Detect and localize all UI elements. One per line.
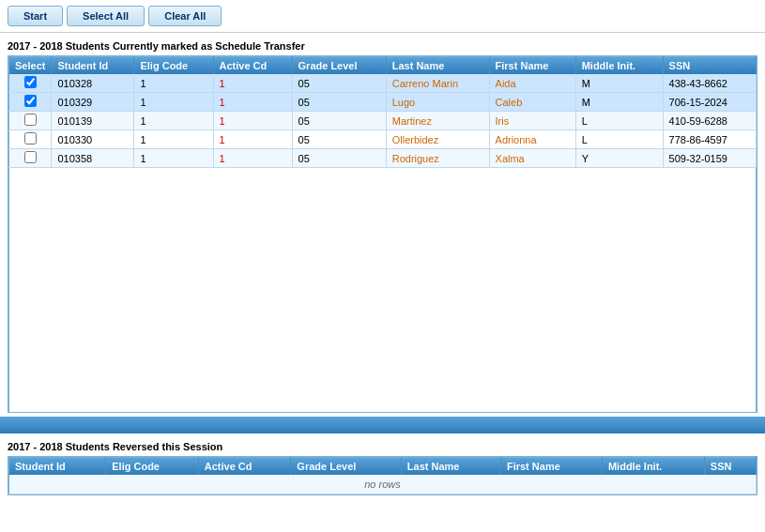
- col2-middle-init: Middle Init.: [602, 458, 704, 476]
- col-active-cd: Active Cd: [213, 57, 292, 75]
- reversed-session-table-container: Student Id Elig Code Active Cd Grade Lev…: [8, 456, 757, 495]
- reversed-session-table: Student Id Elig Code Active Cd Grade Lev…: [8, 457, 757, 494]
- col-ssn: SSN: [663, 57, 756, 75]
- col-grade-level: Grade Level: [292, 57, 386, 75]
- col2-last-name: Last Name: [401, 458, 500, 476]
- col2-grade-level: Grade Level: [291, 458, 401, 476]
- last-name-cell: Rodriguez: [386, 149, 489, 168]
- ssn-cell: 410-59-6288: [663, 112, 756, 130]
- table-row: 0103301105OllerbidezAdrionnaL778-86-4597: [9, 130, 757, 149]
- table-spacer: [8, 168, 757, 412]
- ssn-cell: 438-43-8662: [663, 74, 756, 93]
- first-name-cell: Xalma: [489, 149, 575, 168]
- col2-student-id: Student Id: [9, 458, 106, 476]
- first-name-cell: Iris: [489, 112, 575, 130]
- select-cell: [9, 93, 52, 112]
- student-id-cell: 010329: [52, 93, 134, 112]
- grade-level-cell: 05: [292, 130, 386, 149]
- active-cd-cell: 1: [213, 149, 292, 168]
- blue-divider-bar: [0, 417, 765, 433]
- student-id-cell: 010330: [52, 130, 134, 149]
- last-name-cell: Ollerbidez: [386, 130, 489, 149]
- elig-code-cell: 1: [134, 74, 213, 93]
- select-cell: [9, 149, 52, 168]
- col2-elig-code: Elig Code: [106, 458, 199, 476]
- section1-title: 2017 - 2018 Students Currently marked as…: [8, 40, 757, 52]
- toolbar: Start Select All Clear All: [0, 0, 765, 33]
- first-name-cell: Aida: [489, 74, 575, 93]
- table-row: 0103281105Carreno MarinAidaM438-43-8662: [9, 74, 757, 93]
- schedule-transfer-table-container: Select Student Id Elig Code Active Cd Gr…: [8, 55, 757, 413]
- col-select: Select: [9, 57, 52, 75]
- last-name-cell: Martinez: [386, 112, 489, 130]
- first-name-cell: Caleb: [489, 93, 575, 112]
- middle-init-cell: M: [575, 93, 663, 112]
- middle-init-cell: M: [575, 74, 663, 93]
- no-rows-cell: no rows: [9, 475, 757, 494]
- active-cd-cell: 1: [213, 74, 292, 93]
- ssn-cell: 778-86-4597: [663, 130, 756, 149]
- row-checkbox[interactable]: [24, 151, 37, 163]
- col-elig-code: Elig Code: [134, 57, 213, 75]
- middle-init-cell: L: [575, 112, 663, 130]
- row-checkbox[interactable]: [24, 95, 37, 107]
- row-checkbox[interactable]: [24, 114, 37, 126]
- col2-active-cd: Active Cd: [198, 458, 291, 476]
- elig-code-cell: 1: [134, 149, 213, 168]
- select-cell: [9, 112, 52, 130]
- select-cell: [9, 130, 52, 149]
- no-rows-row: no rows: [9, 475, 757, 494]
- elig-code-cell: 1: [134, 130, 213, 149]
- col-last-name: Last Name: [386, 57, 489, 75]
- main-content: 2017 - 2018 Students Currently marked as…: [0, 33, 765, 413]
- student-id-cell: 010328: [52, 74, 134, 93]
- grade-level-cell: 05: [292, 93, 386, 112]
- grade-level-cell: 05: [292, 112, 386, 130]
- ssn-cell: 706-15-2024: [663, 93, 756, 112]
- table-header-row: Select Student Id Elig Code Active Cd Gr…: [9, 57, 757, 75]
- student-id-cell: 010139: [52, 112, 134, 130]
- last-name-cell: Lugo: [386, 93, 489, 112]
- section2-area: 2017 - 2018 Students Reversed this Sessi…: [0, 437, 765, 495]
- table-row: 0103581105RodriguezXalmaY509-32-0159: [9, 149, 757, 168]
- col2-first-name: First Name: [500, 458, 602, 476]
- select-all-button[interactable]: Select All: [67, 6, 145, 26]
- schedule-transfer-table: Select Student Id Elig Code Active Cd Gr…: [8, 56, 757, 168]
- col-student-id: Student Id: [52, 57, 134, 75]
- select-cell: [9, 74, 52, 93]
- section2-title: 2017 - 2018 Students Reversed this Sessi…: [8, 441, 757, 452]
- row-checkbox[interactable]: [24, 76, 37, 88]
- start-button[interactable]: Start: [8, 6, 63, 26]
- table-row: 0103291105LugoCalebM706-15-2024: [9, 93, 757, 112]
- first-name-cell: Adrionna: [489, 130, 575, 149]
- row-checkbox[interactable]: [24, 132, 37, 144]
- col-first-name: First Name: [489, 57, 575, 75]
- active-cd-cell: 1: [213, 130, 292, 149]
- middle-init-cell: L: [575, 130, 663, 149]
- col-middle-init: Middle Init.: [575, 57, 663, 75]
- col2-ssn: SSN: [704, 458, 756, 476]
- last-name-cell: Carreno Marin: [386, 74, 489, 93]
- grade-level-cell: 05: [292, 149, 386, 168]
- student-id-cell: 010358: [52, 149, 134, 168]
- table2-header-row: Student Id Elig Code Active Cd Grade Lev…: [9, 458, 757, 476]
- middle-init-cell: Y: [575, 149, 663, 168]
- grade-level-cell: 05: [292, 74, 386, 93]
- table-row: 0101391105MartinezIrisL410-59-6288: [9, 112, 757, 130]
- elig-code-cell: 1: [134, 112, 213, 130]
- active-cd-cell: 1: [213, 112, 292, 130]
- active-cd-cell: 1: [213, 93, 292, 112]
- clear-all-button[interactable]: Clear All: [148, 6, 222, 26]
- elig-code-cell: 1: [134, 93, 213, 112]
- ssn-cell: 509-32-0159: [663, 149, 756, 168]
